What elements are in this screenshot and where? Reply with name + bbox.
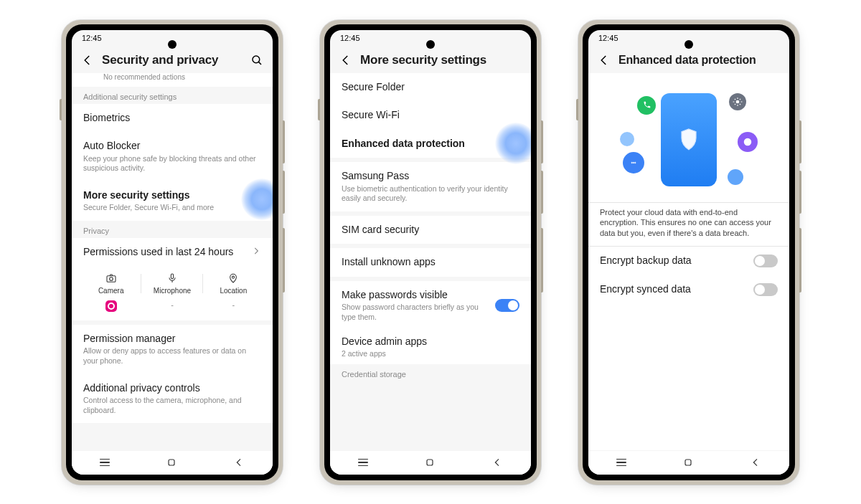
item-encrypt-backup-data[interactable]: Encrypt backup data — [588, 246, 789, 275]
permissions-apps-row: - - — [72, 299, 273, 320]
svg-rect-6 — [169, 460, 174, 465]
svg-point-5 — [232, 276, 235, 278]
nav-recents-button[interactable] — [616, 459, 626, 467]
front-camera — [684, 40, 693, 49]
toggle-encrypt-backup-data[interactable] — [753, 255, 778, 267]
microphone-icon — [166, 272, 178, 284]
item-permissions-24h[interactable]: Permissions used in last 24 hours — [72, 238, 273, 267]
app-bar: More security settings — [330, 46, 531, 73]
page-title: Enhanced data protection — [618, 54, 781, 67]
messages-icon — [623, 152, 644, 173]
toggle-make-passwords-visible[interactable] — [495, 299, 519, 312]
item-sim-card-security[interactable]: SIM card security — [330, 216, 531, 244]
system-nav-bar — [588, 450, 789, 475]
page-title: More security settings — [360, 53, 522, 67]
svg-point-12 — [635, 162, 636, 163]
nav-recents-button[interactable] — [100, 459, 110, 467]
item-enhanced-data-protection[interactable]: Enhanced data protection — [330, 130, 531, 158]
item-encrypt-synced-data[interactable]: Encrypt synced data — [588, 275, 789, 304]
nav-back-button[interactable] — [491, 457, 503, 468]
status-time: 12:45 — [82, 34, 102, 42]
back-icon[interactable] — [339, 53, 353, 67]
back-icon[interactable] — [80, 53, 95, 67]
item-auto-blocker[interactable]: Auto Blocker Keep your phone safe by blo… — [72, 132, 273, 181]
item-permission-manager[interactable]: Permission manager Allow or deny apps to… — [72, 325, 273, 374]
item-biometrics[interactable]: Biometrics — [72, 104, 273, 133]
front-camera — [168, 40, 177, 49]
apps-placeholder: - — [141, 300, 202, 313]
svg-point-8 — [736, 100, 739, 103]
svg-point-11 — [633, 162, 634, 163]
location-icon — [227, 272, 239, 284]
apps-placeholder: - — [203, 300, 264, 313]
camera-icon — [105, 272, 117, 284]
svg-point-10 — [631, 162, 633, 163]
clock-icon — [738, 132, 758, 152]
shield-phone-illustration — [661, 93, 717, 186]
nav-back-button[interactable] — [233, 457, 245, 468]
app-bar: Security and privacy — [72, 46, 273, 73]
permission-microphone[interactable]: Microphone — [141, 270, 202, 298]
nav-home-button[interactable] — [424, 457, 436, 468]
item-secure-wifi[interactable]: Secure Wi-Fi — [330, 101, 531, 130]
toggle-encrypt-synced-data[interactable] — [753, 283, 778, 296]
nav-home-button[interactable] — [682, 457, 694, 468]
back-icon[interactable] — [597, 53, 611, 67]
svg-point-3 — [109, 277, 113, 281]
gear-icon — [729, 93, 746, 110]
chevron-right-icon — [251, 246, 261, 259]
phone-security-and-privacy: 12:45 Security and privacy No recommende… — [62, 20, 283, 485]
svg-rect-13 — [685, 460, 691, 465]
svg-rect-7 — [427, 460, 433, 465]
svg-rect-4 — [171, 274, 173, 279]
section-credential-storage: Credential storage — [330, 364, 531, 381]
app-icon[interactable] — [105, 300, 117, 312]
item-additional-privacy-controls[interactable]: Additional privacy controls Control acce… — [72, 374, 273, 424]
search-icon[interactable] — [250, 53, 264, 67]
status-time: 12:45 — [598, 34, 618, 42]
item-secure-folder[interactable]: Secure Folder — [330, 73, 531, 102]
page-title: Security and privacy — [102, 53, 243, 67]
section-additional-security: Additional security settings — [72, 87, 273, 104]
section-privacy: Privacy — [72, 221, 273, 238]
phone-more-security-settings: 12:45 More security settings Secure Fold… — [320, 20, 541, 485]
item-samsung-pass[interactable]: Samsung Pass Use biometric authenticatio… — [330, 162, 531, 211]
description-text: Protect your cloud data with end-to-end … — [588, 203, 789, 247]
phone-call-icon — [637, 96, 656, 115]
no-recommended-actions: No recommended actions — [72, 73, 273, 87]
app-bar: Enhanced data protection — [588, 46, 789, 73]
permissions-grid: Camera Microphone Location — [72, 267, 273, 299]
svg-point-0 — [253, 56, 260, 63]
permission-camera[interactable]: Camera — [80, 270, 141, 298]
dot-icon — [728, 169, 743, 185]
item-more-security-settings[interactable]: More security settings Secure Folder, Se… — [72, 181, 273, 221]
hero-illustration — [588, 73, 789, 202]
system-nav-bar — [330, 450, 531, 475]
svg-rect-2 — [107, 276, 116, 282]
nav-home-button[interactable] — [166, 457, 177, 468]
dot-icon — [620, 132, 634, 146]
system-nav-bar — [72, 450, 273, 475]
nav-recents-button[interactable] — [358, 459, 368, 467]
item-make-passwords-visible[interactable]: Make passwords visible Show password cha… — [330, 281, 531, 331]
svg-line-1 — [258, 62, 261, 65]
front-camera — [426, 40, 435, 49]
item-install-unknown-apps[interactable]: Install unknown apps — [330, 248, 531, 277]
nav-back-button[interactable] — [750, 457, 761, 468]
phone-enhanced-data-protection: 12:45 Enhanced data protection — [578, 20, 799, 485]
status-time: 12:45 — [340, 34, 360, 42]
item-device-admin-apps[interactable]: Device admin apps 2 active apps — [330, 331, 531, 364]
permission-location[interactable]: Location — [203, 270, 264, 298]
